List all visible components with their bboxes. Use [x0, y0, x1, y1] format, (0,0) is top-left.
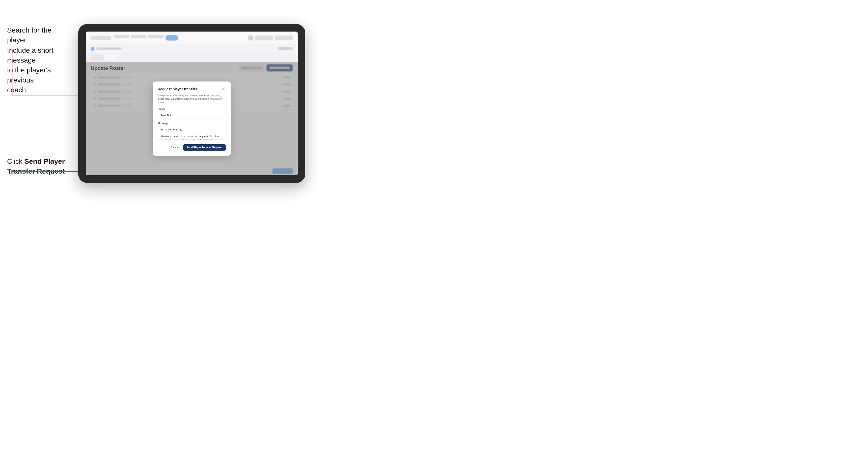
tablet-device: Update Roster — [78, 24, 305, 183]
app-subheader — [86, 44, 298, 53]
header-right — [248, 35, 293, 41]
modal-footer: Cancel Send Player Transfer Request — [158, 144, 226, 151]
modal-title: Request player transfer — [158, 87, 197, 91]
annotation-search-text: Search for the player. — [7, 25, 73, 45]
tab-1 — [91, 55, 103, 60]
modal-header: Request player transfer ✕ — [158, 87, 226, 92]
nav-item-2 — [131, 35, 146, 38]
modal-overlay: Request player transfer ✕ If the player … — [86, 62, 298, 175]
tab-2-active — [104, 55, 117, 60]
header-avatar — [248, 35, 253, 41]
player-search-input[interactable] — [158, 112, 226, 119]
tabs-bar — [86, 53, 298, 62]
message-field-label: Message — [158, 122, 226, 125]
app-header — [86, 32, 298, 44]
nav-item-3 — [148, 35, 163, 38]
header-btn-placeholder — [255, 36, 273, 40]
header-logo — [91, 36, 111, 40]
player-field-label: Player — [158, 108, 226, 111]
nav-item-active — [165, 35, 178, 41]
annotation-click-text: Click Send Player Transfer Request — [7, 156, 65, 176]
send-transfer-request-button[interactable]: Send Player Transfer Request — [183, 144, 226, 151]
modal-close-button[interactable]: ✕ — [221, 87, 226, 92]
nav-item-1 — [114, 35, 129, 38]
subheader-icon — [91, 47, 94, 51]
main-content: Update Roster — [86, 62, 298, 175]
subheader-text — [96, 48, 122, 50]
message-textarea[interactable]: Hi Coach McHarg, Please accept this tran… — [158, 126, 226, 140]
header-btn-placeholder-2 — [275, 36, 293, 40]
annotation-message-text: Include a short messageto the player's p… — [7, 45, 73, 95]
tablet-screen: Update Roster — [86, 32, 298, 175]
annotation-area: Search for the player. Include a short m… — [0, 0, 73, 467]
subheader-right — [278, 47, 293, 50]
header-nav — [114, 35, 245, 41]
transfer-request-modal: Request player transfer ✕ If the player … — [153, 82, 231, 156]
cancel-button[interactable]: Cancel — [168, 145, 180, 150]
modal-description: If the player is transferring from anoth… — [158, 94, 226, 104]
